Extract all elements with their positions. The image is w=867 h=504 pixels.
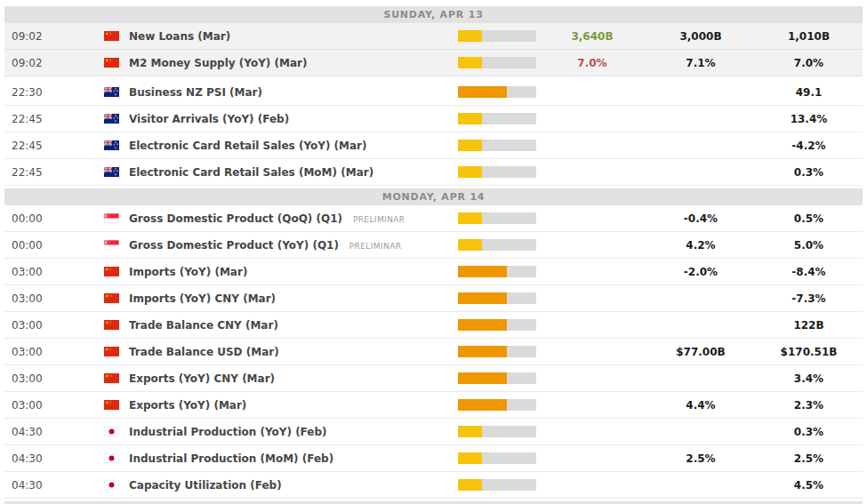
country-flag: [93, 453, 129, 463]
event-row[interactable]: 09:02 M2 Money Supply (YoY) (Mar) 7.0% 7…: [4, 50, 863, 76]
importance-bar: [453, 57, 538, 68]
event-name[interactable]: Exports (YoY) (Mar): [129, 399, 246, 412]
event-name[interactable]: Gross Domestic Product (YoY) (Q1): [129, 239, 339, 252]
event-row[interactable]: 22:45 Electronic Card Retail Sales (YoY)…: [4, 132, 863, 159]
event-name[interactable]: Industrial Production (YoY) (Feb): [129, 426, 327, 438]
singapore-flag-icon: [104, 213, 119, 223]
importance-bar-track: [458, 86, 536, 98]
event-name[interactable]: Electronic Card Retail Sales (MoM) (Mar): [129, 166, 373, 179]
importance-bar-track: [458, 113, 536, 124]
event-name[interactable]: Exports (YoY) CNY (Mar): [129, 372, 275, 385]
event-name[interactable]: Gross Domestic Product (QoQ) (Q1): [129, 212, 342, 225]
event-cell: Trade Balance CNY (Mar): [129, 319, 453, 332]
previous-value: 122B: [755, 319, 863, 332]
importance-bar-track: [458, 140, 536, 151]
event-tag: PRELIMINAR: [349, 242, 402, 251]
event-cell: Gross Domestic Product (YoY) (Q1) PRELIM…: [129, 239, 453, 252]
event-name[interactable]: Electronic Card Retail Sales (YoY) (Mar): [129, 140, 367, 152]
event-row[interactable]: 04:30 Industrial Production (MoM) (Feb) …: [4, 445, 863, 472]
event-cell: Exports (YoY) CNY (Mar): [129, 372, 453, 385]
event-time: 03:00: [4, 346, 93, 358]
event-name[interactable]: Visitor Arrivals (YoY) (Feb): [129, 113, 289, 125]
event-cell: Visitor Arrivals (YoY) (Feb): [129, 113, 453, 125]
importance-bar-fill: [458, 86, 507, 98]
country-flag: [93, 140, 129, 150]
event-cell: Imports (YoY) CNY (Mar): [129, 292, 453, 305]
country-flag: [93, 167, 129, 177]
event-row[interactable]: 03:00 Trade Balance CNY (Mar) 122B: [4, 312, 863, 339]
importance-bar-fill: [458, 372, 507, 384]
event-name[interactable]: Business NZ PSI (Mar): [129, 86, 262, 99]
country-flag: [93, 213, 129, 223]
event-name[interactable]: New Loans (Mar): [129, 30, 230, 43]
event-row[interactable]: 03:00 Imports (YoY) CNY (Mar) -7.3%: [4, 285, 863, 312]
forecast-value: 4.2%: [646, 239, 755, 252]
event-row[interactable]: 00:00 Gross Domestic Product (YoY) (Q1) …: [4, 232, 863, 259]
event-row[interactable]: 03:00 Imports (YoY) (Mar) -2.0% -8.4%: [4, 259, 863, 285]
event-time: 03:00: [4, 292, 93, 305]
day-header-label: MONDAY, APR 14: [382, 191, 486, 203]
forecast-value: 2.5%: [646, 452, 755, 465]
event-tag: PRELIMINAR: [353, 215, 405, 224]
importance-bar-fill: [458, 30, 482, 42]
event-time: 22:45: [4, 113, 93, 125]
event-name[interactable]: Trade Balance CNY (Mar): [129, 319, 278, 332]
previous-value: 0.3%: [755, 426, 863, 438]
importance-bar: [453, 399, 538, 411]
event-name[interactable]: M2 Money Supply (YoY) (Mar): [129, 57, 307, 69]
event-row[interactable]: 03:00 Exports (YoY) (Mar) 4.4% 2.3%: [4, 392, 863, 419]
importance-bar: [453, 86, 538, 98]
event-name[interactable]: Capacity Utilization (Feb): [129, 479, 282, 492]
country-flag: [93, 293, 129, 303]
event-row[interactable]: 04:30 Industrial Production (YoY) (Feb) …: [4, 419, 863, 445]
importance-bar: [453, 30, 538, 42]
importance-bar-track: [458, 266, 536, 277]
importance-bar: [453, 239, 538, 251]
importance-bar-fill: [458, 399, 507, 411]
previous-value: 0.3%: [755, 166, 863, 179]
event-time: 00:00: [4, 212, 93, 225]
importance-bar-fill: [458, 57, 482, 68]
event-row[interactable]: 22:45 Electronic Card Retail Sales (MoM)…: [4, 159, 863, 186]
previous-value: -8.4%: [755, 266, 863, 278]
importance-bar: [453, 372, 538, 384]
event-row[interactable]: 22:30 Business NZ PSI (Mar) 49.1: [4, 79, 863, 106]
forecast-value: -2.0%: [646, 266, 755, 278]
china-flag-icon: [104, 373, 119, 383]
forecast-value: -0.4%: [646, 212, 755, 225]
importance-bar: [453, 140, 538, 151]
event-row[interactable]: 09:02 New Loans (Mar) 3,640B 3,000B 1,01…: [4, 23, 863, 50]
importance-bar: [453, 319, 538, 331]
event-name[interactable]: Imports (YoY) (Mar): [129, 266, 247, 278]
event-row[interactable]: 03:00 Exports (YoY) CNY (Mar) 3.4%: [4, 365, 863, 392]
country-flag: [93, 373, 129, 383]
event-name[interactable]: Industrial Production (MoM) (Feb): [129, 452, 333, 465]
event-cell: Gross Domestic Product (QoQ) (Q1) PRELIM…: [129, 212, 453, 225]
event-cell: Trade Balance USD (Mar): [129, 346, 453, 358]
country-flag: [93, 347, 129, 356]
event-row[interactable]: 22:45 Visitor Arrivals (YoY) (Feb) 13.4%: [4, 106, 863, 132]
country-flag: [93, 427, 129, 436]
importance-bar-track: [458, 452, 536, 464]
china-flag-icon: [104, 347, 119, 356]
importance-bar-track: [458, 426, 536, 437]
event-time: 22:45: [4, 140, 93, 152]
country-flag: [93, 480, 129, 490]
event-cell: Industrial Production (YoY) (Feb): [129, 426, 453, 438]
importance-bar-fill: [458, 113, 482, 124]
forecast-value: $77.00B: [646, 346, 755, 358]
event-name[interactable]: Trade Balance USD (Mar): [129, 346, 279, 358]
event-row[interactable]: 03:00 Trade Balance USD (Mar) $77.00B $1…: [4, 339, 863, 365]
importance-bar-track: [458, 479, 536, 491]
importance-bar: [453, 266, 538, 277]
importance-bar-track: [458, 292, 536, 304]
event-row[interactable]: 00:00 Gross Domestic Product (QoQ) (Q1) …: [4, 205, 863, 232]
country-flag: [93, 114, 129, 124]
event-row[interactable]: 04:30 Capacity Utilization (Feb) 4.5%: [4, 472, 863, 499]
new-zealand-flag-icon: [104, 114, 119, 124]
previous-value: 1,010B: [755, 30, 863, 43]
importance-bar: [453, 426, 538, 437]
importance-bar-track: [458, 30, 536, 42]
importance-bar-fill: [458, 426, 482, 437]
event-name[interactable]: Imports (YoY) CNY (Mar): [129, 292, 276, 305]
